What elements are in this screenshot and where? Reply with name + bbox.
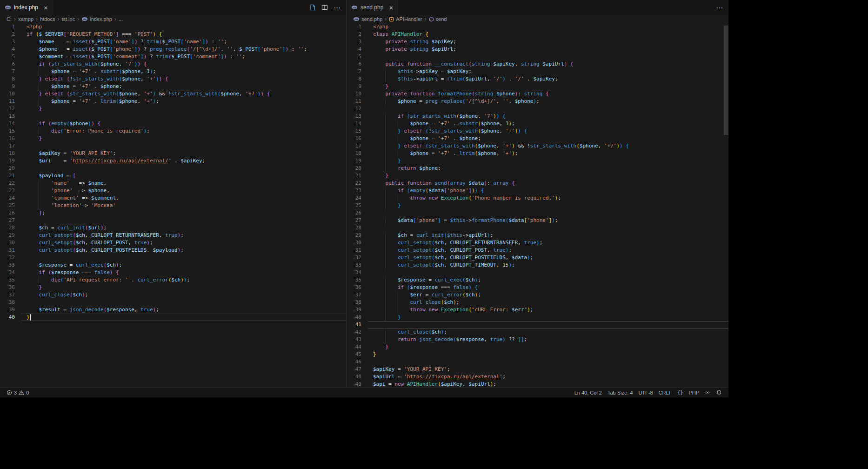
code-line[interactable]: 32: [0, 254, 346, 261]
code-line[interactable]: 26: [347, 209, 728, 217]
notifications-button[interactable]: [713, 388, 725, 397]
code-line[interactable]: 45}: [347, 351, 728, 358]
code-line[interactable]: 12 }: [0, 105, 346, 113]
code-line[interactable]: 18 $apiKey = 'YOUR_API_KEY';: [0, 150, 346, 157]
code-line[interactable]: 41: [347, 321, 728, 328]
code-line[interactable]: 39 throw new Exception("cURL Error: $err…: [347, 306, 728, 314]
code-line[interactable]: 15 } elseif (!str_starts_with($phone, '+…: [347, 127, 728, 135]
code-line[interactable]: 3 $name = isset($_POST['name']) ? trim($…: [0, 38, 346, 46]
code-line[interactable]: 38 curl_close($ch);: [347, 299, 728, 306]
code-line[interactable]: 25 }: [347, 202, 728, 209]
code-editor[interactable]: 1<?php2if ($_SERVER['REQUEST_METHOD'] ==…: [0, 23, 346, 387]
code-line[interactable]: 35 die('API request error: ' . curl_erro…: [0, 276, 346, 284]
code-line[interactable]: 38: [0, 299, 346, 306]
code-line[interactable]: 17: [0, 142, 346, 150]
code-line[interactable]: 25 'location'=> 'Москва': [0, 202, 346, 209]
code-editor[interactable]: 1<?php2class APIHandler {3 private strin…: [347, 23, 728, 387]
code-line[interactable]: 42 curl_close($ch);: [347, 328, 728, 336]
code-line[interactable]: 33 curl_setopt($ch, CURLOPT_TIMEOUT, 15)…: [347, 261, 728, 269]
code-line[interactable]: 13 if (str_starts_with($phone, '7')) {: [347, 113, 728, 120]
code-line[interactable]: 30 curl_setopt($ch, CURLOPT_POST, true);: [0, 239, 346, 247]
cursor-position[interactable]: Ln 40, Col 2: [572, 388, 605, 397]
code-line[interactable]: 21 }: [347, 172, 728, 180]
editor-tab[interactable]: php index.php ×: [0, 0, 53, 15]
code-line[interactable]: 37 curl_close($ch);: [0, 291, 346, 299]
code-line[interactable]: 11 $phone = '+7' . ltrim($phone, '+');: [0, 98, 346, 105]
code-line[interactable]: 1<?php: [347, 23, 728, 31]
code-line[interactable]: 12: [347, 105, 728, 113]
code-line[interactable]: 32 curl_setopt($ch, CURLOPT_POSTFIELDS, …: [347, 254, 728, 261]
code-line[interactable]: 31 curl_setopt($ch, CURLOPT_POSTFIELDS, …: [0, 247, 346, 254]
code-line[interactable]: 44 }: [347, 343, 728, 351]
code-line[interactable]: 34: [347, 269, 728, 276]
code-line[interactable]: 22 'name' => $name,: [0, 180, 346, 187]
code-line[interactable]: 9 $phone = '+7' . $phone;: [0, 83, 346, 90]
code-line[interactable]: 16 $phone = '+7' . $phone;: [347, 135, 728, 142]
breadcrumb-item[interactable]: tst.loc: [61, 16, 75, 22]
code-line[interactable]: 35 $response = curl_exec($ch);: [347, 276, 728, 284]
close-icon[interactable]: ×: [389, 4, 393, 11]
breadcrumb-item[interactable]: xampp: [18, 16, 33, 22]
code-line[interactable]: 15 die('Error: Phone is required');: [0, 127, 346, 135]
breadcrumb-item[interactable]: htdocs: [40, 16, 55, 22]
code-line[interactable]: 30 curl_setopt($ch, CURLOPT_RETURNTRANSF…: [347, 239, 728, 247]
blue-file-icon[interactable]: [309, 4, 316, 11]
language-status[interactable]: {}: [674, 388, 686, 397]
code-line[interactable]: 27: [0, 217, 346, 224]
code-line[interactable]: 23 if (empty($data['phone'])) {: [347, 187, 728, 194]
code-line[interactable]: 39 $result = json_decode($response, true…: [0, 306, 346, 314]
code-line[interactable]: 4 private string $apiUrl;: [347, 46, 728, 53]
code-line[interactable]: 2class APIHandler {: [347, 31, 728, 38]
code-line[interactable]: 37 $err = curl_error($ch);: [347, 291, 728, 299]
code-line[interactable]: 8 $this->apiUrl = rtrim($apiUrl, '/') . …: [347, 75, 728, 83]
split-editor-icon[interactable]: [321, 4, 328, 11]
code-line[interactable]: 2if ($_SERVER['REQUEST_METHOD'] === 'POS…: [0, 31, 346, 38]
code-line[interactable]: 8 } elseif (!str_starts_with($phone, '+'…: [0, 75, 346, 83]
language-mode[interactable]: PHP: [686, 388, 702, 397]
code-line[interactable]: 13: [0, 113, 346, 120]
breadcrumb-item[interactable]: phpsend.php: [353, 16, 382, 22]
code-line[interactable]: 29 curl_setopt($ch, CURLOPT_RETURNTRANSF…: [0, 232, 346, 239]
code-line[interactable]: 36 }: [0, 284, 346, 291]
code-line[interactable]: 47$apiKey = 'YOUR_API_KEY';: [347, 366, 728, 373]
breadcrumb-item[interactable]: APIHandler: [389, 16, 422, 22]
code-line[interactable]: 34 if ($response === false) {: [0, 269, 346, 276]
code-line[interactable]: 17 } elseif (str_starts_with($phone, '+'…: [347, 142, 728, 150]
code-line[interactable]: 29 $ch = curl_init($this->apiUrl);: [347, 232, 728, 239]
code-line[interactable]: 20: [0, 165, 346, 172]
indentation-setting[interactable]: Tab Size: 4: [605, 388, 635, 397]
more-actions-icon[interactable]: ⋯: [716, 4, 723, 11]
code-line[interactable]: 20 return $phone;: [347, 165, 728, 172]
code-line[interactable]: 6 public function __construct(string $ap…: [347, 60, 728, 68]
code-line[interactable]: 40}: [0, 314, 346, 321]
code-line[interactable]: 24 throw new Exception('Phone number is …: [347, 194, 728, 202]
scrollbar-thumb[interactable]: [724, 26, 728, 135]
code-line[interactable]: 18 $phone = '+7' . ltrim($phone, '+');: [347, 150, 728, 157]
code-line[interactable]: 28: [347, 224, 728, 232]
breadcrumb-item[interactable]: ...: [119, 16, 123, 22]
code-line[interactable]: 9 }: [347, 83, 728, 90]
more-actions-icon[interactable]: ⋯: [334, 4, 341, 11]
code-line[interactable]: 24 'comment' => $comment,: [0, 194, 346, 202]
code-line[interactable]: 21 $payload = [: [0, 172, 346, 180]
problems-button[interactable]: 3 0: [4, 388, 32, 397]
code-line[interactable]: 40 }: [347, 314, 728, 321]
code-line[interactable]: 31 curl_setopt($ch, CURLOPT_POST, true);: [347, 247, 728, 254]
code-line[interactable]: 16 }: [0, 135, 346, 142]
breadcrumb-item[interactable]: send: [429, 16, 447, 22]
broadcast-button[interactable]: [702, 388, 713, 397]
breadcrumb-item[interactable]: phpindex.php: [81, 16, 112, 22]
code-line[interactable]: 4 $phone = isset($_POST['phone']) ? preg…: [0, 46, 346, 53]
code-line[interactable]: 48$apiUrl = 'https://fixcpa.ru/api/exter…: [347, 373, 728, 381]
code-line[interactable]: 7 $this->apiKey = $apiKey;: [347, 68, 728, 75]
code-line[interactable]: 19 $url = 'https://fixcpa.ru/api/externa…: [0, 157, 346, 165]
close-icon[interactable]: ×: [44, 4, 48, 11]
code-line[interactable]: 14 if (empty($phone)) {: [0, 120, 346, 127]
code-line[interactable]: 6 if (str_starts_with($phone, '7')) {: [0, 60, 346, 68]
encoding-setting[interactable]: UTF-8: [635, 388, 655, 397]
eol-setting[interactable]: CRLF: [656, 388, 675, 397]
code-line[interactable]: 22 public function send(array $data): ar…: [347, 180, 728, 187]
code-line[interactable]: 5: [347, 53, 728, 60]
code-line[interactable]: 5 $comment = isset($_POST['comment']) ? …: [0, 53, 346, 60]
code-line[interactable]: 19 }: [347, 157, 728, 165]
